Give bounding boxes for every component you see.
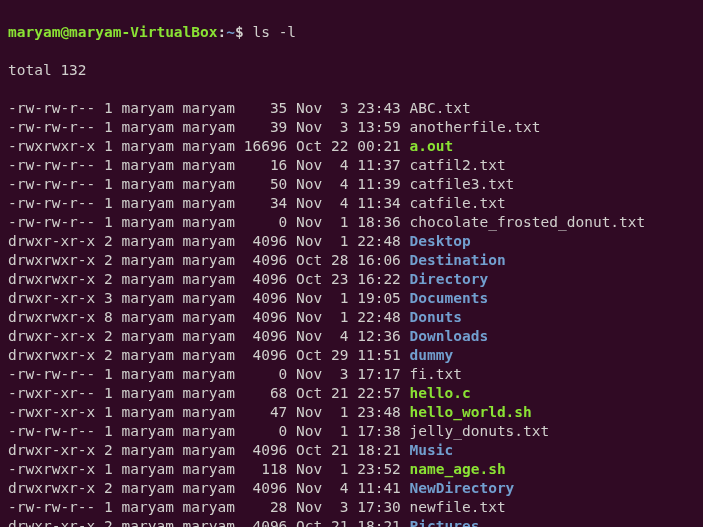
list-row-meta: drwxr-xr-x 2 maryam maryam 4096 Oct 21 1… bbox=[8, 518, 410, 527]
total-line: total 132 bbox=[8, 61, 695, 80]
list-row-filename: catfile3.txt bbox=[410, 176, 515, 192]
list-row-meta: drwxrwxr-x 2 maryam maryam 4096 Oct 29 1… bbox=[8, 347, 410, 363]
list-row-meta: drwxrwxr-x 8 maryam maryam 4096 Nov 1 22… bbox=[8, 309, 410, 325]
list-row: -rw-rw-r-- 1 maryam maryam 0 Nov 1 18:36… bbox=[8, 213, 695, 232]
list-row-meta: -rwxr-xr-- 1 maryam maryam 68 Oct 21 22:… bbox=[8, 385, 410, 401]
list-row-filename: Pictures bbox=[410, 518, 480, 527]
list-row-meta: drwxrwxr-x 2 maryam maryam 4096 Oct 23 1… bbox=[8, 271, 410, 287]
list-row-meta: -rw-rw-r-- 1 maryam maryam 35 Nov 3 23:4… bbox=[8, 100, 410, 116]
list-row: -rwxrwxr-x 1 maryam maryam 118 Nov 1 23:… bbox=[8, 460, 695, 479]
prompt-dollar: $ bbox=[235, 24, 244, 40]
list-row-meta: drwxr-xr-x 2 maryam maryam 4096 Nov 4 12… bbox=[8, 328, 410, 344]
list-row: -rw-rw-r-- 1 maryam maryam 16 Nov 4 11:3… bbox=[8, 156, 695, 175]
list-row: drwxr-xr-x 2 maryam maryam 4096 Nov 4 12… bbox=[8, 327, 695, 346]
list-row: drwxrwxr-x 2 maryam maryam 4096 Oct 23 1… bbox=[8, 270, 695, 289]
command-text: ls -l bbox=[244, 24, 296, 40]
list-row-meta: -rwxrwxr-x 1 maryam maryam 118 Nov 1 23:… bbox=[8, 461, 410, 477]
list-row: -rwxrwxr-x 1 maryam maryam 16696 Oct 22 … bbox=[8, 137, 695, 156]
list-row-filename: fi.txt bbox=[410, 366, 462, 382]
list-row-meta: -rw-rw-r-- 1 maryam maryam 34 Nov 4 11:3… bbox=[8, 195, 410, 211]
list-row-filename: Music bbox=[410, 442, 454, 458]
list-row: -rw-rw-r-- 1 maryam maryam 35 Nov 3 23:4… bbox=[8, 99, 695, 118]
list-row: drwxr-xr-x 3 maryam maryam 4096 Nov 1 19… bbox=[8, 289, 695, 308]
prompt-line: maryam@maryam-VirtualBox:~$ ls -l bbox=[8, 23, 695, 42]
list-row: drwxrwxr-x 2 maryam maryam 4096 Oct 29 1… bbox=[8, 346, 695, 365]
list-row: -rwxr-xr-- 1 maryam maryam 68 Oct 21 22:… bbox=[8, 384, 695, 403]
list-row: drwxrwxr-x 8 maryam maryam 4096 Nov 1 22… bbox=[8, 308, 695, 327]
list-row-filename: chocolate_frosted_donut.txt bbox=[410, 214, 646, 230]
list-row-filename: Downloads bbox=[410, 328, 489, 344]
list-row-filename: Donuts bbox=[410, 309, 462, 325]
list-row-meta: -rw-rw-r-- 1 maryam maryam 0 Nov 3 17:17 bbox=[8, 366, 410, 382]
list-row-filename: anotherfile.txt bbox=[410, 119, 541, 135]
list-row-filename: NewDirectory bbox=[410, 480, 515, 496]
list-row-filename: hello.c bbox=[410, 385, 471, 401]
list-row-filename: catfile.txt bbox=[410, 195, 506, 211]
list-row-meta: drwxr-xr-x 3 maryam maryam 4096 Nov 1 19… bbox=[8, 290, 410, 306]
list-row-meta: drwxr-xr-x 2 maryam maryam 4096 Nov 1 22… bbox=[8, 233, 410, 249]
list-row-filename: jelly_donuts.txt bbox=[410, 423, 550, 439]
list-row-meta: -rw-rw-r-- 1 maryam maryam 16 Nov 4 11:3… bbox=[8, 157, 410, 173]
list-row-meta: -rw-rw-r-- 1 maryam maryam 0 Nov 1 18:36 bbox=[8, 214, 410, 230]
list-row-filename: hello_world.sh bbox=[410, 404, 532, 420]
list-row: -rw-rw-r-- 1 maryam maryam 34 Nov 4 11:3… bbox=[8, 194, 695, 213]
list-row-meta: drwxr-xr-x 2 maryam maryam 4096 Oct 21 1… bbox=[8, 442, 410, 458]
list-row-filename: name_age.sh bbox=[410, 461, 506, 477]
list-row: drwxrwxr-x 2 maryam maryam 4096 Oct 28 1… bbox=[8, 251, 695, 270]
list-row-meta: -rw-rw-r-- 1 maryam maryam 50 Nov 4 11:3… bbox=[8, 176, 410, 192]
list-row: -rw-rw-r-- 1 maryam maryam 28 Nov 3 17:3… bbox=[8, 498, 695, 517]
list-row-filename: newfile.txt bbox=[410, 499, 506, 515]
list-row: drwxr-xr-x 2 maryam maryam 4096 Nov 1 22… bbox=[8, 232, 695, 251]
prompt-user-host: maryam@maryam-VirtualBox bbox=[8, 24, 218, 40]
file-listing: -rw-rw-r-- 1 maryam maryam 35 Nov 3 23:4… bbox=[8, 99, 695, 527]
list-row: -rw-rw-r-- 1 maryam maryam 39 Nov 3 13:5… bbox=[8, 118, 695, 137]
list-row: -rw-rw-r-- 1 maryam maryam 0 Nov 1 17:38… bbox=[8, 422, 695, 441]
list-row-filename: ABC.txt bbox=[410, 100, 471, 116]
list-row: drwxr-xr-x 2 maryam maryam 4096 Oct 21 1… bbox=[8, 517, 695, 527]
list-row-filename: a.out bbox=[410, 138, 454, 154]
list-row: -rwxr-xr-x 1 maryam maryam 47 Nov 1 23:4… bbox=[8, 403, 695, 422]
list-row-meta: -rwxr-xr-x 1 maryam maryam 47 Nov 1 23:4… bbox=[8, 404, 410, 420]
list-row-meta: -rw-rw-r-- 1 maryam maryam 28 Nov 3 17:3… bbox=[8, 499, 410, 515]
list-row: -rw-rw-r-- 1 maryam maryam 50 Nov 4 11:3… bbox=[8, 175, 695, 194]
list-row-filename: Destination bbox=[410, 252, 506, 268]
list-row-filename: Directory bbox=[410, 271, 489, 287]
prompt-colon: : bbox=[218, 24, 227, 40]
list-row-meta: -rwxrwxr-x 1 maryam maryam 16696 Oct 22 … bbox=[8, 138, 410, 154]
list-row-meta: -rw-rw-r-- 1 maryam maryam 0 Nov 1 17:38 bbox=[8, 423, 410, 439]
list-row-filename: Documents bbox=[410, 290, 489, 306]
list-row: drwxrwxr-x 2 maryam maryam 4096 Nov 4 11… bbox=[8, 479, 695, 498]
list-row: -rw-rw-r-- 1 maryam maryam 0 Nov 3 17:17… bbox=[8, 365, 695, 384]
list-row-filename: dummy bbox=[410, 347, 454, 363]
list-row-filename: catfil2.txt bbox=[410, 157, 506, 173]
terminal[interactable]: maryam@maryam-VirtualBox:~$ ls -l total … bbox=[0, 0, 703, 527]
prompt-path: ~ bbox=[226, 24, 235, 40]
list-row-meta: drwxrwxr-x 2 maryam maryam 4096 Nov 4 11… bbox=[8, 480, 410, 496]
list-row-meta: drwxrwxr-x 2 maryam maryam 4096 Oct 28 1… bbox=[8, 252, 410, 268]
list-row-meta: -rw-rw-r-- 1 maryam maryam 39 Nov 3 13:5… bbox=[8, 119, 410, 135]
list-row-filename: Desktop bbox=[410, 233, 471, 249]
list-row: drwxr-xr-x 2 maryam maryam 4096 Oct 21 1… bbox=[8, 441, 695, 460]
